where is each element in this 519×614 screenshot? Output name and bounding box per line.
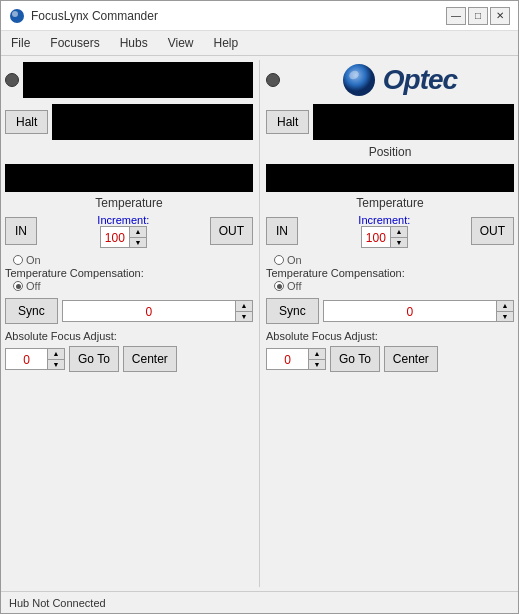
- focuser1-abs-down[interactable]: ▼: [48, 360, 64, 370]
- focuser2-halt-row: Halt: [266, 104, 514, 140]
- focuser1-abs-focus-label: Absolute Focus Adjust:: [5, 330, 253, 342]
- focuser1-increment-label: Increment:: [97, 214, 149, 226]
- focuser2-position-display: [313, 104, 514, 140]
- focuser1-position-display: [52, 104, 253, 140]
- focuser1-sync-value: 0: [63, 301, 235, 321]
- focuser1-sync-spinbox-buttons: ▲ ▼: [235, 301, 252, 321]
- focuser2-on-radio[interactable]: [274, 255, 284, 265]
- menu-view[interactable]: View: [158, 33, 204, 53]
- focuser2-abs-spinbox-buttons: ▲ ▼: [308, 349, 325, 369]
- focuser1-off-label: Off: [26, 280, 40, 292]
- menu-help[interactable]: Help: [204, 33, 249, 53]
- focuser1-halt-button[interactable]: Halt: [5, 110, 48, 134]
- focuser2-abs-spinbox[interactable]: 0 ▲ ▼: [266, 348, 326, 370]
- menubar: File Focusers Hubs View Help: [1, 31, 518, 56]
- minimize-button[interactable]: —: [446, 7, 466, 25]
- focuser1-on-label: On: [26, 254, 41, 266]
- window-controls: — □ ✕: [446, 7, 510, 25]
- focuser2-abs-focus-row: 0 ▲ ▼ Go To Center: [266, 346, 514, 372]
- focuser2-halt-button[interactable]: Halt: [266, 110, 309, 134]
- focuser1-abs-spinbox-buttons: ▲ ▼: [47, 349, 64, 369]
- focuser2-sync-up[interactable]: ▲: [497, 301, 513, 312]
- status-text: Hub Not Connected: [9, 597, 106, 609]
- focuser2-increment-down[interactable]: ▼: [391, 238, 407, 248]
- focuser1-halt-row: Halt: [5, 104, 253, 140]
- main-window: FocusLynx Commander — □ ✕ File Focusers …: [0, 0, 519, 614]
- app-icon: [9, 8, 25, 24]
- focuser1-abs-value: 0: [6, 349, 47, 369]
- focuser1-temperature-label: Temperature: [5, 196, 253, 210]
- focuser2-temp-comp-section: On Temperature Compensation: Off: [266, 254, 514, 292]
- focuser1-on-radio[interactable]: [13, 255, 23, 265]
- focuser2-off-radio-row: Off: [266, 280, 514, 292]
- focuser2-temp-comp-label: Temperature Compensation:: [266, 267, 514, 279]
- focuser2-abs-up[interactable]: ▲: [309, 349, 325, 360]
- focuser1-temp-comp-section: On Temperature Compensation: Off: [5, 254, 253, 292]
- title-bar-left: FocusLynx Commander: [9, 8, 158, 24]
- focuser1-sync-up[interactable]: ▲: [236, 301, 252, 312]
- focuser2-increment-box: Increment: 100 ▲ ▼: [302, 214, 467, 248]
- main-content: Halt Temperature IN Increment: 100: [1, 56, 518, 591]
- focuser2-sync-down[interactable]: ▼: [497, 312, 513, 322]
- focuser1-increment-spinbox[interactable]: 100 ▲ ▼: [100, 226, 147, 248]
- focuser1-in-button[interactable]: IN: [5, 217, 37, 245]
- svg-point-1: [12, 11, 18, 17]
- focuser2-sync-value: 0: [324, 301, 496, 321]
- focuser1-off-radio-row: Off: [5, 280, 253, 292]
- focusers-row: Halt Temperature IN Increment: 100: [5, 60, 514, 587]
- focuser1-increment-spinbox-buttons: ▲ ▼: [129, 227, 146, 247]
- optec-sphere-icon: [341, 62, 377, 98]
- focuser1-increment-row: IN Increment: 100 ▲ ▼ OUT: [5, 214, 253, 248]
- menu-focusers[interactable]: Focusers: [40, 33, 109, 53]
- menu-hubs[interactable]: Hubs: [110, 33, 158, 53]
- focuser1-sync-spinbox[interactable]: 0 ▲ ▼: [62, 300, 253, 322]
- focuser1-increment-down[interactable]: ▼: [130, 238, 146, 248]
- close-button[interactable]: ✕: [490, 7, 510, 25]
- optec-text: Optec: [383, 64, 457, 96]
- focuser2-increment-row: IN Increment: 100 ▲ ▼ OUT: [266, 214, 514, 248]
- focuser1-increment-value: 100: [101, 227, 129, 247]
- focuser1-position-label: [5, 144, 253, 160]
- focuser2-increment-spinbox-buttons: ▲ ▼: [390, 227, 407, 247]
- focuser1-center-button[interactable]: Center: [123, 346, 177, 372]
- focuser1-led: [5, 73, 19, 87]
- focuser2-abs-down[interactable]: ▼: [309, 360, 325, 370]
- focuser2-abs-value: 0: [267, 349, 308, 369]
- focuser2-sync-button[interactable]: Sync: [266, 298, 319, 324]
- focuser2-position-label: Position: [266, 144, 514, 160]
- focuser2-led: [266, 73, 280, 87]
- focuser1-abs-up[interactable]: ▲: [48, 349, 64, 360]
- focuser1-sync-down[interactable]: ▼: [236, 312, 252, 322]
- focuser1-increment-box: Increment: 100 ▲ ▼: [41, 214, 206, 248]
- focuser1-panel: Halt Temperature IN Increment: 100: [5, 60, 253, 587]
- menu-file[interactable]: File: [1, 33, 40, 53]
- focuser2-increment-spinbox[interactable]: 100 ▲ ▼: [361, 226, 408, 248]
- focuser2-sync-spinbox[interactable]: 0 ▲ ▼: [323, 300, 514, 322]
- focuser2-in-button[interactable]: IN: [266, 217, 298, 245]
- focuser1-goto-button[interactable]: Go To: [69, 346, 119, 372]
- focuser1-on-radio-row: On: [5, 254, 253, 266]
- focuser2-out-button[interactable]: OUT: [471, 217, 514, 245]
- focuser2-temperature-label: Temperature: [266, 196, 514, 210]
- focuser2-center-button[interactable]: Center: [384, 346, 438, 372]
- focuser1-increment-up[interactable]: ▲: [130, 227, 146, 238]
- focuser1-temp-comp-label: Temperature Compensation:: [5, 267, 253, 279]
- focuser1-sync-row: Sync 0 ▲ ▼: [5, 298, 253, 324]
- focuser1-name-display: [23, 62, 253, 98]
- focuser2-on-label: On: [287, 254, 302, 266]
- focuser2-increment-value: 100: [362, 227, 390, 247]
- svg-point-2: [343, 64, 375, 96]
- focuser1-temperature-display: [5, 164, 253, 192]
- focuser2-increment-label: Increment:: [358, 214, 410, 226]
- status-bar: Hub Not Connected: [1, 591, 518, 613]
- focuser2-off-radio[interactable]: [274, 281, 284, 291]
- focuser1-off-radio[interactable]: [13, 281, 23, 291]
- focuser1-abs-spinbox[interactable]: 0 ▲ ▼: [5, 348, 65, 370]
- focuser2-goto-button[interactable]: Go To: [330, 346, 380, 372]
- focuser1-sync-button[interactable]: Sync: [5, 298, 58, 324]
- focuser2-panel: Optec Halt Position Temperature IN: [266, 60, 514, 587]
- focuser2-increment-up[interactable]: ▲: [391, 227, 407, 238]
- focuser2-off-label: Off: [287, 280, 301, 292]
- focuser1-out-button[interactable]: OUT: [210, 217, 253, 245]
- maximize-button[interactable]: □: [468, 7, 488, 25]
